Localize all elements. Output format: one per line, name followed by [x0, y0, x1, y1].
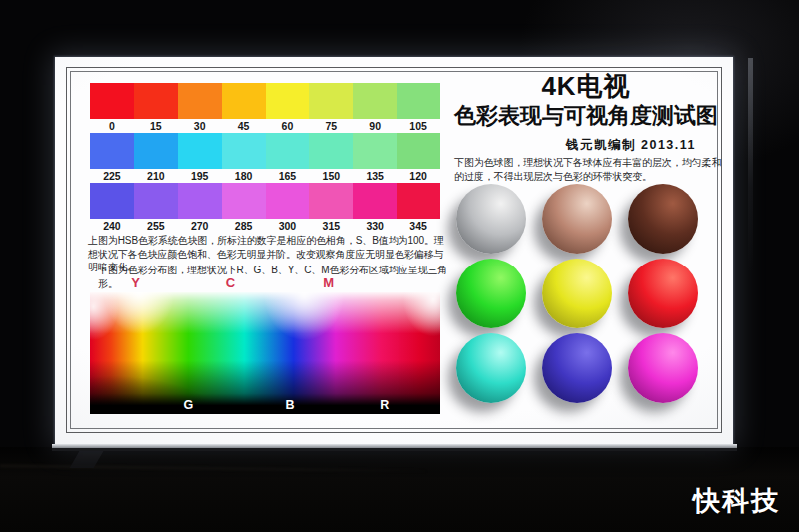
- hue-swatch-165: [266, 133, 310, 169]
- hue-swatch-285: [222, 183, 266, 219]
- hue-swatch-255: [134, 183, 178, 219]
- hue-swatch-135: [353, 133, 397, 169]
- watermark: 快科技: [693, 483, 780, 519]
- color-sphere-magenta: [628, 333, 698, 403]
- hue-swatch-300: [266, 183, 310, 219]
- hue-swatch-315: [309, 183, 353, 219]
- hue-swatch-180: [222, 133, 266, 169]
- hue-angle-label: 210: [134, 169, 178, 183]
- hue-angle-label: 45: [222, 119, 266, 133]
- hue-angle-labels: 240255270285300315330345: [90, 219, 440, 233]
- hue-swatch-270: [178, 183, 222, 219]
- hue-swatch-15: [134, 83, 178, 119]
- hsb-bar-rows: 0153045607590105225210195180165150135120…: [90, 83, 440, 233]
- sphere-note: 下图为色球图，理想状况下各球体应有丰富的层次，均匀柔和的过度，不得出现层次与色彩…: [454, 156, 726, 183]
- color-sphere-red: [628, 259, 698, 328]
- color-sphere-cyan: [456, 333, 526, 403]
- hue-angle-label: 255: [134, 219, 178, 233]
- map-label-g: G: [183, 398, 193, 412]
- hue-swatch-105: [397, 83, 440, 119]
- hue-angle-label: 30: [178, 119, 222, 133]
- map-top-labels: YCM: [90, 275, 440, 290]
- hue-swatch-75: [309, 83, 353, 119]
- color-sphere-green: [456, 259, 526, 328]
- hue-angle-label: 240: [90, 219, 134, 233]
- map-label-b: B: [286, 398, 295, 412]
- screen-bottom-shadow: [52, 448, 737, 451]
- color-sphere-gray: [456, 184, 526, 254]
- hue-swatch-210: [134, 133, 178, 169]
- chart-title-line2: 色彩表现与可视角度测试图: [446, 101, 726, 131]
- hue-swatch-150: [309, 133, 353, 169]
- bezel-edge-glint: [748, 58, 753, 272]
- hue-angle-label: 105: [397, 119, 440, 133]
- hue-angle-label: 270: [178, 219, 222, 233]
- hue-angle-label: 90: [353, 119, 397, 133]
- hsb-bar-row: 225210195180165150135120: [90, 133, 440, 183]
- hue-swatch-30: [178, 83, 222, 119]
- map-label-y: Y: [131, 275, 140, 290]
- hue-swatch-345: [397, 183, 440, 219]
- color-sphere-blue: [542, 333, 612, 403]
- hue-angle-label: 285: [222, 219, 266, 233]
- hsb-bar-row: 0153045607590105: [90, 83, 440, 133]
- color-sphere-tan: [542, 184, 612, 254]
- map-label-m: M: [323, 275, 334, 290]
- hue-angle-label: 0: [90, 119, 134, 133]
- hue-angle-label: 330: [353, 219, 397, 233]
- hue-swatch-120: [397, 133, 440, 169]
- color-distribution-map: GBR: [90, 292, 440, 414]
- chart-title-line1: 4K电视: [452, 69, 720, 104]
- hsb-bar-row: 240255270285300315330345: [90, 183, 440, 233]
- hue-angle-label: 300: [266, 219, 310, 233]
- hue-angle-label: 225: [90, 169, 134, 183]
- photo-scene: 0153045607590105225210195180165150135120…: [0, 0, 799, 532]
- map-label-c: C: [226, 275, 235, 290]
- hue-swatch-45: [222, 83, 266, 119]
- hue-swatch-0: [90, 83, 134, 119]
- color-sphere-yellow: [542, 259, 612, 328]
- hue-angle-label: 75: [309, 119, 353, 133]
- hue-swatch-330: [353, 183, 397, 219]
- hue-angle-labels: 225210195180165150135120: [90, 169, 440, 183]
- color-sphere-dark-brown: [628, 184, 698, 254]
- hue-swatch-225: [90, 133, 134, 169]
- hue-swatch-bar: [90, 183, 440, 219]
- tv-screen: 0153045607590105225210195180165150135120…: [55, 57, 733, 444]
- hue-swatch-240: [90, 183, 134, 219]
- hue-angle-label: 60: [266, 119, 310, 133]
- hue-swatch-bar: [90, 83, 440, 119]
- hue-angle-label: 120: [397, 169, 440, 183]
- hue-swatch-bar: [90, 133, 440, 169]
- hue-swatch-60: [266, 83, 310, 119]
- hue-angle-label: 180: [222, 169, 266, 183]
- hue-angle-label: 315: [309, 219, 353, 233]
- hue-angle-label: 15: [134, 119, 178, 133]
- hue-angle-label: 150: [309, 169, 353, 183]
- map-label-r: R: [380, 398, 389, 412]
- dark-table-area: [0, 447, 799, 532]
- hue-angle-labels: 0153045607590105: [90, 119, 440, 133]
- sphere-grid: [456, 184, 698, 403]
- hue-swatch-90: [353, 83, 397, 119]
- hue-angle-label: 165: [266, 169, 310, 183]
- hue-angle-label: 135: [353, 169, 397, 183]
- hue-angle-label: 195: [178, 169, 222, 183]
- hue-swatch-195: [178, 133, 222, 169]
- author-credit: 钱元凯编制 2013.11: [452, 137, 720, 154]
- hue-angle-label: 345: [397, 219, 440, 233]
